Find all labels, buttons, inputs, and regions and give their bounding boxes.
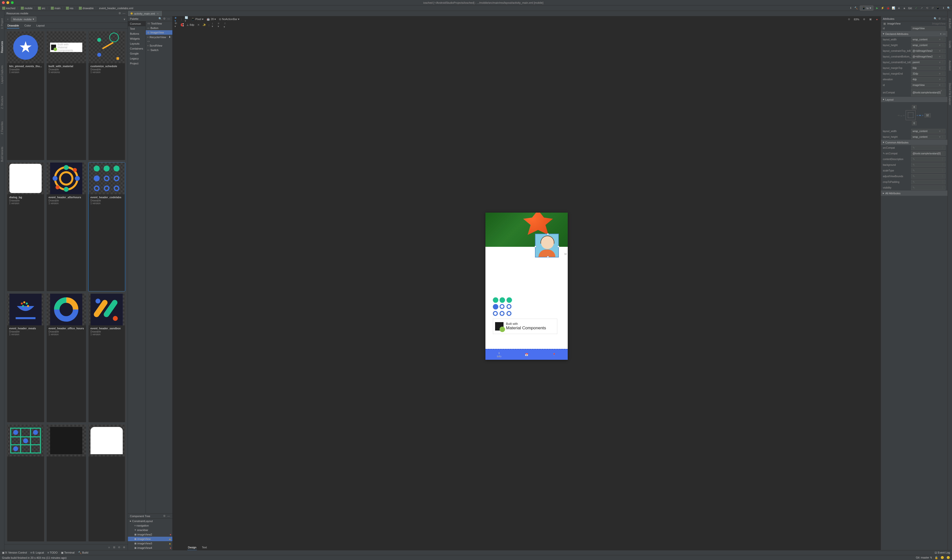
align-icon[interactable]: ≡ ▾ xyxy=(218,23,221,27)
zoom-in-icon[interactable]: ⊕ xyxy=(122,546,126,549)
sidebar-tab-deviceexp[interactable]: Device File Explorer xyxy=(949,83,951,105)
tab-layout[interactable]: Layout xyxy=(36,23,45,28)
search-icon[interactable]: 🔍 xyxy=(947,6,950,10)
device-surface[interactable]: 32 Built withMaterial Components xyxy=(485,213,568,360)
grid-view-icon[interactable]: ⊞ xyxy=(112,546,116,549)
minimize-icon[interactable]: — xyxy=(167,17,170,20)
sidebar-tab-project[interactable]: 1: Project xyxy=(1,19,3,29)
attr-input[interactable]: ✎⋮ xyxy=(911,162,946,167)
attr-input[interactable]: ✎⋮ xyxy=(911,174,946,179)
tree-item[interactable]: ≡ navigation xyxy=(128,523,172,528)
attach-icon[interactable]: ◈ xyxy=(897,6,901,10)
file-tab[interactable]: ⬢ activity_main.xml × xyxy=(128,11,162,16)
design-tab[interactable]: Design xyxy=(187,545,197,550)
id-input[interactable]: imageView xyxy=(911,26,946,31)
section-all[interactable]: ▸ All Attributes xyxy=(881,191,947,196)
infer-icon[interactable]: ✨ xyxy=(202,23,206,27)
attr-input[interactable]: ✎⋮ xyxy=(911,157,946,162)
attr-input[interactable]: parent▾ ⋮ xyxy=(911,60,946,65)
palette-item[interactable]: Ab TextView xyxy=(146,21,172,26)
build-icon[interactable]: ⬇ xyxy=(849,6,852,10)
attr-input[interactable]: @+id/imageView2▾ ⋮ xyxy=(911,49,946,53)
tab-drawable[interactable]: Drawable xyxy=(7,23,19,28)
sidebar-tab-gradle[interactable]: Gradle xyxy=(949,41,951,48)
resource-card[interactable]: Built withMaterial Componentsbuilt_with_… xyxy=(46,31,86,160)
attr-input[interactable]: ✎⋮ xyxy=(911,168,946,173)
autoconnect-icon[interactable]: 🧲 xyxy=(181,23,184,27)
resource-card[interactable] xyxy=(88,424,125,541)
palette-category[interactable]: Project xyxy=(128,61,145,66)
breadcrumb-item[interactable]: src xyxy=(37,6,46,10)
git-history-icon[interactable]: ⟲ xyxy=(925,6,929,10)
breadcrumb-item[interactable]: mobile xyxy=(20,6,33,10)
resource-card[interactable]: customize_scheduleDrawable1 version xyxy=(88,31,125,160)
sidebar-tab-resources[interactable]: Resources xyxy=(1,41,3,53)
run-icon[interactable]: ▶ xyxy=(875,6,879,10)
resource-card[interactable]: event_header_afterhoursDrawable1 version xyxy=(46,162,86,292)
sdk-icon[interactable]: ⬇ xyxy=(941,6,945,10)
minimize-icon[interactable]: — xyxy=(122,11,126,15)
sidebar-tab-assistant[interactable]: Assistant xyxy=(949,60,951,71)
avd-icon[interactable]: 📱 xyxy=(936,6,940,10)
imageview3-codelabs[interactable] xyxy=(493,297,513,318)
palette-item[interactable]: ⊷ Switch xyxy=(146,48,172,52)
breadcrumb-item[interactable]: res xyxy=(65,6,74,10)
hammer-icon[interactable]: 🔨 xyxy=(854,6,858,10)
tree-item[interactable]: ▦ imageView2● xyxy=(128,532,172,537)
palette-item[interactable]: <> xyxy=(146,39,172,43)
lock-icon[interactable]: 🔓 xyxy=(935,556,938,559)
status-vcs[interactable]: ▣ 9: Version Control xyxy=(2,551,27,554)
surface-icon[interactable]: ◈ ▾ xyxy=(175,18,178,21)
section-declared[interactable]: ▾ Declared Attributes＋ — xyxy=(881,31,947,37)
tree-root[interactable]: ▸ ConstraintLayout xyxy=(128,518,172,523)
palette-category[interactable]: Google xyxy=(128,51,145,56)
attr-input[interactable]: 32dp▾ ⋮ xyxy=(911,71,946,76)
status-build[interactable]: 🔨 Build xyxy=(78,551,88,554)
gear-icon[interactable]: ⚙ xyxy=(118,12,122,15)
tree-item[interactable]: ▦ imageView3▲ xyxy=(128,541,172,546)
palette-category[interactable]: Buttons xyxy=(128,31,145,36)
imageview4-builtwith[interactable]: Built withMaterial Components xyxy=(493,319,557,334)
zoom-out-icon[interactable]: ⊖ xyxy=(847,18,851,21)
resource-card[interactable]: dialog_bgDrawable1 version xyxy=(7,162,44,292)
api-picker[interactable]: 🤖 28 ▾ xyxy=(207,18,216,21)
zoom-in-icon[interactable]: ⊕ xyxy=(862,18,866,21)
close-tab-icon[interactable]: × xyxy=(156,12,160,15)
attr-input[interactable]: imageView▾ ⋮ xyxy=(911,83,946,88)
breadcrumb-item[interactable]: iosched xyxy=(2,6,16,10)
attr-input[interactable]: wrap_content▾ ⋮ xyxy=(911,43,946,48)
event-log[interactable]: ⊡ Event Log xyxy=(935,551,950,554)
breadcrumb-item[interactable]: event_header_codelabs.xml xyxy=(99,6,134,10)
sidebar-tab-structure[interactable]: Z: Structure xyxy=(1,96,3,109)
reset-zoom-icon[interactable]: ▣ xyxy=(869,18,872,21)
stop-icon[interactable]: ■ xyxy=(903,6,906,10)
sidebar-tab-ant[interactable]: Ant Build xyxy=(949,19,951,28)
palette-category[interactable]: Text xyxy=(128,26,145,31)
tree-item[interactable]: ▦ imageView4● xyxy=(128,546,172,550)
filter-icon[interactable]: ▼ xyxy=(123,18,126,21)
palette-item[interactable]: ≡ ScrollView xyxy=(146,43,172,48)
sidebar-tab-captures[interactable]: Layout Captures xyxy=(1,65,3,83)
section-common[interactable]: ▾ Common Attributes xyxy=(881,140,947,145)
profile-icon[interactable]: 📊 xyxy=(892,6,895,10)
maximize-window[interactable] xyxy=(11,1,14,4)
list-view-icon[interactable]: ≡ xyxy=(107,546,111,549)
tab-color[interactable]: Color xyxy=(24,23,31,28)
run-config-picker[interactable]: 📱 tv ▾ xyxy=(860,5,873,11)
bottom-nav[interactable]: ℹInfo 📅 📍 xyxy=(485,349,568,360)
resource-card[interactable]: event_header_sandboxDrawable1 version xyxy=(88,293,125,423)
palette-category[interactable]: Legacy xyxy=(128,56,145,61)
guideline-icon[interactable]: Ｉ ▾ xyxy=(224,23,227,27)
status-todo[interactable]: ≡ TODO xyxy=(47,551,57,554)
attr-input[interactable]: @tools:sample/avatars[0]▾ ⋮ xyxy=(911,88,946,96)
sidebar-tab-variants[interactable]: Build Variants xyxy=(1,147,3,162)
attr-input[interactable]: @+id/imageView2▾ ⋮ xyxy=(911,54,946,59)
resource-card[interactable]: btn_pinned_events_thu...Drawable1 versio… xyxy=(7,31,44,160)
apply-changes-icon[interactable]: ⚡ xyxy=(881,6,884,10)
close-window[interactable] xyxy=(2,1,5,4)
default-margin[interactable]: ⊥ 8dp xyxy=(187,23,194,26)
git-revert-icon[interactable]: ↺ xyxy=(931,6,934,10)
gear-icon[interactable]: ⚙ xyxy=(938,17,941,20)
resource-card[interactable] xyxy=(7,424,44,541)
resource-card[interactable]: event_header_codelabsDrawable1 version xyxy=(88,162,125,292)
